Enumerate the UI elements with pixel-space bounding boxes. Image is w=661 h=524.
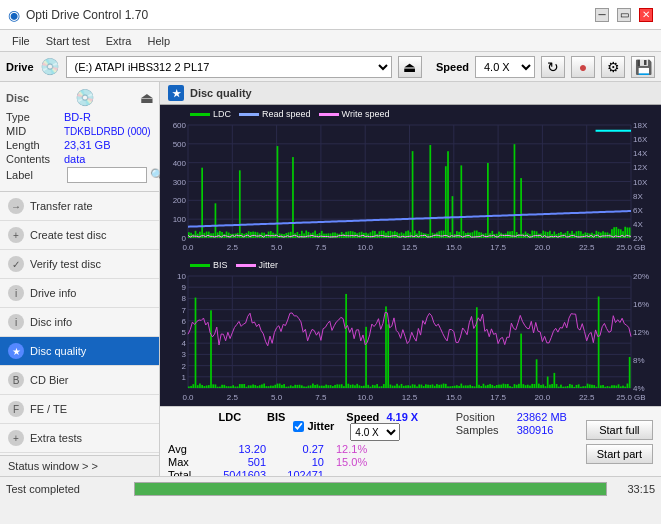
mid-label: MID [6, 125, 64, 137]
start-part-button[interactable]: Start part [586, 444, 653, 464]
disc-info-icon: i [8, 314, 24, 330]
content-area: ★ Disc quality LDC Read speed [160, 82, 661, 476]
app-icon: ◉ [8, 7, 20, 23]
read-speed-legend-label: Read speed [262, 109, 311, 119]
app-title: Opti Drive Control 1.70 [26, 8, 148, 22]
jitter-legend-label: Jitter [259, 260, 279, 270]
status-text: Test completed [6, 483, 126, 495]
speed-select[interactable]: 4.0 X [475, 56, 535, 78]
drive-icon: 💿 [40, 57, 60, 76]
avg-ldc: 13.20 [206, 443, 266, 455]
disc-quality-icon: ★ [8, 343, 24, 359]
length-label: Length [6, 139, 64, 151]
sidebar-item-cd-bier[interactable]: B CD Bier [0, 366, 159, 395]
contents-value: data [64, 153, 85, 165]
menu-help[interactable]: Help [139, 33, 178, 49]
length-value: 23,31 GB [64, 139, 110, 151]
avg-label: Avg [168, 443, 198, 455]
disc-eject-icon[interactable]: ⏏ [140, 90, 153, 106]
avg-bis: 0.27 [274, 443, 324, 455]
fe-te-icon: F [8, 401, 24, 417]
sidebar: Disc 💿 ⏏ Type BD-R MID TDKBLDRBD (000) L… [0, 82, 160, 476]
menubar: File Start test Extra Help [0, 30, 661, 52]
extra-tests-icon: + [8, 430, 24, 446]
sidebar-item-create-test-disc[interactable]: + Create test disc [0, 221, 159, 250]
status-window-label: Status window > > [8, 460, 98, 472]
ldc-legend-label: LDC [213, 109, 231, 119]
sidebar-item-disc-quality[interactable]: ★ Disc quality [0, 337, 159, 366]
max-label: Max [168, 456, 198, 468]
statusbar: Test completed 33:15 [0, 476, 661, 500]
upper-chart: LDC Read speed Write speed [160, 105, 661, 256]
lower-chart: BIS Jitter [160, 256, 661, 406]
speed-value: 4.19 X [386, 411, 418, 423]
contents-label: Contents [6, 153, 64, 165]
drivebar: Drive 💿 (E:) ATAPI iHBS312 2 PL17 ⏏ Spee… [0, 52, 661, 82]
samples-label: Samples [456, 424, 511, 436]
progress-bar-container [134, 482, 607, 496]
ldc-header: LDC [198, 411, 241, 441]
menu-file[interactable]: File [4, 33, 38, 49]
jitter-legend: Jitter [236, 260, 279, 270]
eject-button[interactable]: ⏏ [398, 56, 422, 78]
stats-table: LDC BIS Jitter Speed 4.19 X 4.0 X Avg 13… [160, 407, 448, 476]
speed-label: Speed [436, 61, 469, 73]
minimize-button[interactable]: ─ [595, 8, 609, 22]
drive-select[interactable]: (E:) ATAPI iHBS312 2 PL17 [66, 56, 392, 78]
max-jitter: 15.0% [336, 456, 416, 468]
label-input[interactable] [67, 167, 147, 183]
refresh-button[interactable]: ↻ [541, 56, 565, 78]
save-button[interactable]: 💾 [631, 56, 655, 78]
label-label: Label [6, 169, 64, 181]
menu-extra[interactable]: Extra [98, 33, 140, 49]
drive-label: Drive [6, 61, 34, 73]
disc-button[interactable]: ● [571, 56, 595, 78]
total-bis: 102471 [274, 469, 324, 476]
drive-info-icon: i [8, 285, 24, 301]
close-button[interactable]: ✕ [639, 8, 653, 22]
upper-legend: LDC Read speed Write speed [190, 109, 389, 119]
sidebar-nav: → Transfer rate + Create test disc ✓ Ver… [0, 192, 159, 455]
max-ldc: 501 [206, 456, 266, 468]
position-label: Position [456, 411, 511, 423]
speed-label-text: Speed [346, 411, 379, 423]
position-area: Position 23862 MB Samples 380916 [448, 407, 578, 476]
jitter-checkbox[interactable]: Jitter [293, 411, 334, 441]
type-value: BD-R [64, 111, 91, 123]
disc-panel: Disc 💿 ⏏ Type BD-R MID TDKBLDRBD (000) L… [0, 82, 159, 192]
bis-header: BIS [249, 411, 285, 441]
sidebar-item-transfer-rate[interactable]: → Transfer rate [0, 192, 159, 221]
sidebar-item-drive-info[interactable]: i Drive info [0, 279, 159, 308]
max-bis: 10 [274, 456, 324, 468]
restore-button[interactable]: ▭ [617, 8, 631, 22]
sidebar-item-extra-tests[interactable]: + Extra tests [0, 424, 159, 453]
titlebar: ◉ Opti Drive Control 1.70 ─ ▭ ✕ [0, 0, 661, 30]
progress-bar-fill [135, 483, 606, 495]
mid-value: TDKBLDRBD (000) [64, 126, 151, 137]
avg-jitter: 12.1% [336, 443, 416, 455]
settings-button[interactable]: ⚙ [601, 56, 625, 78]
sidebar-item-fe-te[interactable]: F FE / TE [0, 395, 159, 424]
speed-stat-select[interactable]: 4.0 X [350, 423, 400, 441]
status-window-toggle[interactable]: Status window > > [0, 455, 159, 476]
button-area: Start full Start part [578, 407, 661, 476]
total-ldc: 5041603 [206, 469, 266, 476]
bis-legend-label: BIS [213, 260, 228, 270]
ldc-legend: LDC [190, 109, 231, 119]
disc-panel-icon: 💿 [75, 88, 95, 107]
bottom-panel: LDC BIS Jitter Speed 4.19 X 4.0 X Avg 13… [160, 406, 661, 476]
transfer-rate-icon: → [8, 198, 24, 214]
samples-value: 380916 [517, 424, 554, 436]
charts-area: LDC Read speed Write speed [160, 105, 661, 406]
disc-quality-title: Disc quality [190, 87, 252, 99]
sidebar-item-verify-test-disc[interactable]: ✓ Verify test disc [0, 250, 159, 279]
sidebar-item-disc-info[interactable]: i Disc info [0, 308, 159, 337]
total-label: Total [168, 469, 198, 476]
write-speed-legend: Write speed [319, 109, 390, 119]
cd-bier-icon: B [8, 372, 24, 388]
verify-test-disc-icon: ✓ [8, 256, 24, 272]
start-full-button[interactable]: Start full [586, 420, 653, 440]
menu-start-test[interactable]: Start test [38, 33, 98, 49]
disc-panel-label: Disc [6, 92, 29, 104]
read-speed-legend: Read speed [239, 109, 311, 119]
